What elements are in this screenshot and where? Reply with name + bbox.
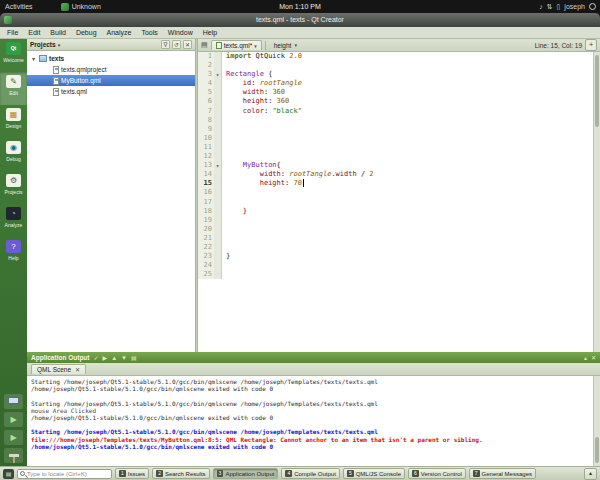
code-line[interactable]: 5 width: 360 xyxy=(198,88,593,97)
panel-dropdown-icon[interactable]: ▾ xyxy=(58,42,61,48)
code-line[interactable]: 15 height: 70 xyxy=(198,179,593,188)
debug-run-button[interactable]: ▶ xyxy=(4,430,23,445)
fold-marker-icon[interactable]: ▾ xyxy=(214,70,222,79)
power-icon[interactable] xyxy=(589,3,596,10)
volume-icon[interactable]: ♪ xyxy=(539,0,543,13)
locator-input[interactable] xyxy=(27,471,109,477)
code-line[interactable]: 18 } xyxy=(198,207,593,216)
window-title-bar[interactable]: texts.qml - texts - Qt Creator xyxy=(0,13,600,27)
mode-item-welcome[interactable]: QtWelcome xyxy=(0,39,27,72)
code-line[interactable]: 7 color: "black" xyxy=(198,107,593,116)
code-line[interactable]: 16 xyxy=(198,188,593,197)
clock[interactable]: Mon 1:10 PM xyxy=(279,3,321,10)
symbol-combo[interactable]: height ▾ xyxy=(269,40,302,51)
code-line[interactable]: 17 xyxy=(198,198,593,207)
output-tab-qml-scene[interactable]: QML Scene ✕ xyxy=(31,364,86,374)
code-line[interactable]: 12 xyxy=(198,152,593,161)
user-menu[interactable]: joseph xyxy=(564,3,585,10)
code-line[interactable]: 6 height: 360 xyxy=(198,97,593,106)
code-line[interactable]: 24 xyxy=(198,261,593,270)
code-line[interactable]: 2 xyxy=(198,61,593,70)
editor-tab-texts-qml[interactable]: texts.qml* ▾ xyxy=(211,40,262,50)
tab-dropdown-icon[interactable]: ▾ xyxy=(254,43,257,49)
menu-item-help[interactable]: Help xyxy=(198,27,222,38)
code-line[interactable]: 23} xyxy=(198,252,593,261)
scroll-down-icon[interactable]: ▼ xyxy=(121,355,127,361)
close-panel-icon[interactable]: ✕ xyxy=(183,40,192,49)
scrollbar-thumb[interactable] xyxy=(595,437,599,463)
output-text-area[interactable]: Starting /home/joseph/Qt5.1-stable/5.1.0… xyxy=(27,376,593,466)
code-line[interactable]: 22 xyxy=(198,243,593,252)
projects-panel: Projects ▾ ∇ ↺ ✕ ▾textstexts.qmlprojectM… xyxy=(27,39,195,352)
close-tab-icon[interactable]: ✕ xyxy=(75,366,80,373)
code-line[interactable]: 14 width: rootTangle.width / 2 xyxy=(198,170,593,179)
mode-item-design[interactable]: ▦Design xyxy=(0,105,27,138)
rerun-icon[interactable]: ▶ xyxy=(103,354,108,361)
code-line[interactable]: 11 xyxy=(198,143,593,152)
network-icon[interactable]: ⇅ xyxy=(547,0,553,13)
focused-app-name: Unknown xyxy=(72,3,101,10)
output-scrollbar[interactable] xyxy=(593,376,600,466)
expand-output-chevron[interactable]: ▴ xyxy=(584,468,597,480)
menu-item-window[interactable]: Window xyxy=(163,27,198,38)
split-editor-button[interactable]: + xyxy=(585,39,597,51)
sidebar-toggle-button[interactable]: ▤ xyxy=(3,469,14,479)
open-documents-icon[interactable]: ▤ xyxy=(201,41,208,49)
output-pane-button-compile-output[interactable]: 4Compile Output xyxy=(281,468,339,479)
menu-item-edit[interactable]: Edit xyxy=(23,27,45,38)
code-line[interactable]: 1import QtQuick 2.0 xyxy=(198,52,593,61)
filter-icon[interactable]: ∇ xyxy=(161,40,170,49)
menu-item-analyze[interactable]: Analyze xyxy=(102,27,137,38)
tree-item-texts[interactable]: ▾texts xyxy=(27,53,195,64)
code-line[interactable]: 13▾ MyButton{ xyxy=(198,161,593,170)
tree-item-texts-qml[interactable]: texts.qml xyxy=(27,86,195,97)
output-pane-button-application-output[interactable]: 3Application Output xyxy=(213,468,279,479)
editor-scrollbar[interactable] xyxy=(593,52,600,352)
battery-icon[interactable]: ▯ xyxy=(557,0,561,13)
mode-item-debug[interactable]: ◉Debug xyxy=(0,138,27,171)
code-line[interactable]: 19 xyxy=(198,216,593,225)
tree-item-mybutton-qml[interactable]: MyButton.qml xyxy=(27,75,195,86)
menu-item-debug[interactable]: Debug xyxy=(71,27,102,38)
tree-item-texts-qmlproject[interactable]: texts.qmlproject xyxy=(27,64,195,75)
code-line[interactable]: 9 xyxy=(198,125,593,134)
code-line[interactable]: 10 xyxy=(198,134,593,143)
code-line[interactable]: 8 xyxy=(198,116,593,125)
code-line[interactable]: 4 id: rootTangle xyxy=(198,79,593,88)
code-line[interactable]: 3▾Rectangle { xyxy=(198,70,593,79)
expander-icon[interactable]: ▾ xyxy=(30,55,37,62)
close-pane-icon[interactable]: ✕ xyxy=(591,354,596,361)
menu-item-tools[interactable]: Tools xyxy=(136,27,162,38)
build-button[interactable] xyxy=(4,448,23,463)
code-line[interactable]: 21 xyxy=(198,234,593,243)
file-icon xyxy=(53,66,59,74)
list-icon[interactable]: ▤ xyxy=(131,354,137,361)
mode-item-edit[interactable]: ✎Edit xyxy=(0,72,27,105)
output-pane-button-general-messages[interactable]: 7General Messages xyxy=(469,468,536,479)
code-line[interactable]: 25 xyxy=(198,270,593,279)
kit-selector-button[interactable] xyxy=(4,394,23,409)
maximize-pane-icon[interactable]: ▴ xyxy=(584,354,587,361)
fold-margin xyxy=(214,188,222,197)
run-button[interactable]: ▶ xyxy=(4,412,23,427)
focused-app-indicator[interactable]: Unknown xyxy=(61,3,101,11)
mode-item-projects[interactable]: ⚙Projects xyxy=(0,171,27,204)
panel-title[interactable]: Projects xyxy=(30,41,56,48)
code-editor[interactable]: 1import QtQuick 2.023▾Rectangle {4 id: r… xyxy=(198,52,593,352)
menu-item-file[interactable]: File xyxy=(2,27,23,38)
output-pane-button-qml-js-console[interactable]: 5QML/JS Console xyxy=(343,468,405,479)
output-pane-button-version-control[interactable]: 6Version Control xyxy=(408,468,466,479)
fold-marker-icon[interactable]: ▾ xyxy=(214,161,222,170)
mode-item-help[interactable]: ?Help xyxy=(0,237,27,270)
activities-button[interactable]: Activities xyxy=(5,3,33,10)
scrollbar-thumb[interactable] xyxy=(595,55,599,127)
sync-with-editor-icon[interactable]: ↺ xyxy=(172,40,181,49)
output-pane-button-search-results[interactable]: 2Search Results xyxy=(152,468,209,479)
locator-field[interactable] xyxy=(17,469,112,479)
menu-item-build[interactable]: Build xyxy=(45,27,71,38)
check-icon[interactable]: ✓ xyxy=(94,354,99,361)
scroll-up-icon[interactable]: ▲ xyxy=(111,355,117,361)
code-line[interactable]: 20 xyxy=(198,225,593,234)
mode-item-analyze[interactable]: ◔Analyze xyxy=(0,204,27,237)
output-pane-button-issues[interactable]: 1Issues xyxy=(115,468,149,479)
